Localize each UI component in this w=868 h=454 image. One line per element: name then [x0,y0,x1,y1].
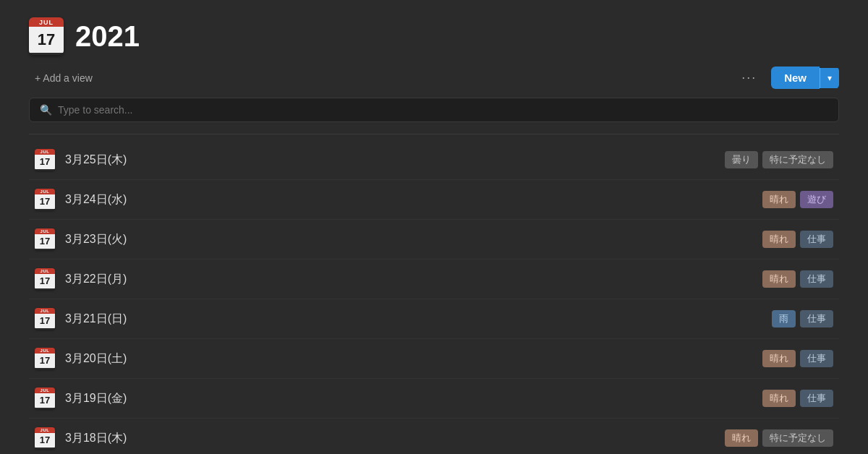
item-cal-month: JUL [35,387,55,393]
toolbar: + Add a view ··· New ▾ [0,67,868,98]
tag-asobi: 遊び [800,191,833,208]
item-date: 3月25日(木) [65,153,725,168]
item-date: 3月24日(水) [65,192,762,207]
add-view-label: + Add a view [35,72,93,84]
item-cal-month: JUL [35,308,55,314]
page-title: 2021 [75,20,140,53]
tag-hare: 晴れ [725,429,758,447]
item-calendar-icon: JUL 17 [35,387,55,409]
tag-kumori: 曇り [725,151,758,168]
tag-toku: 特に予定なし [762,151,833,168]
tag-shigoto: 仕事 [800,390,833,407]
item-date: 3月18日(木) [65,431,725,446]
list-item[interactable]: JUL 17 3月23日(火)晴れ仕事 [29,220,839,260]
header: JUL 17 2021 [0,0,868,67]
item-cal-day: 17 [35,393,55,408]
tag-hare: 晴れ [762,390,796,407]
item-date: 3月22日(月) [65,272,762,287]
item-tags: 晴れ特に予定なし [725,429,833,447]
header-cal-day: 17 [29,27,64,53]
item-cal-month: JUL [35,228,55,234]
list-item[interactable]: JUL 17 3月24日(水)晴れ遊び [29,180,839,220]
item-cal-month: JUL [35,189,55,194]
item-cal-day: 17 [35,194,55,209]
item-tags: 晴れ仕事 [762,270,833,288]
item-cal-day: 17 [35,354,55,368]
header-cal-month: JUL [29,17,64,27]
tag-hare: 晴れ [762,270,796,288]
tag-hare: 晴れ [762,231,796,248]
chevron-down-icon: ▾ [827,73,832,83]
add-view-button[interactable]: + Add a view [29,69,98,87]
item-calendar-icon: JUL 17 [35,427,55,449]
item-tags: 晴れ仕事 [762,350,833,367]
item-cal-day: 17 [35,314,55,328]
list-item[interactable]: JUL 17 3月22日(月)晴れ仕事 [29,260,839,299]
item-tags: 晴れ仕事 [762,390,833,407]
new-button-group: New ▾ [771,67,839,89]
item-date: 3月20日(土) [65,351,762,367]
list-item[interactable]: JUL 17 3月25日(木)曇り特に予定なし [29,140,839,180]
item-cal-month: JUL [35,427,55,433]
item-tags: 晴れ仕事 [762,231,833,248]
item-calendar-icon: JUL 17 [35,149,55,171]
item-cal-day: 17 [35,234,55,249]
item-cal-day: 17 [35,433,55,447]
list-item[interactable]: JUL 17 3月19日(金)晴れ仕事 [29,379,839,419]
list-container: JUL 17 3月25日(木)曇り特に予定なし JUL 17 3月24日(水)晴… [0,134,868,454]
item-cal-month: JUL [35,149,55,155]
item-tags: 曇り特に予定なし [725,151,833,168]
tag-toku: 特に予定なし [762,429,833,447]
item-calendar-icon: JUL 17 [35,348,55,369]
tag-hare: 晴れ [762,191,796,208]
tag-ame: 雨 [772,310,796,327]
more-icon: ··· [741,70,757,85]
list-item[interactable]: JUL 17 3月20日(土)晴れ仕事 [29,339,839,379]
more-options-button[interactable]: ··· [736,67,762,88]
tag-shigoto: 仕事 [800,310,833,327]
new-button[interactable]: New [771,67,820,89]
item-tags: 雨仕事 [772,310,833,327]
item-calendar-icon: JUL 17 [35,268,55,290]
item-cal-day: 17 [35,155,55,169]
item-tags: 晴れ遊び [762,191,833,208]
item-cal-day: 17 [35,274,55,288]
item-calendar-icon: JUL 17 [35,189,55,210]
tag-shigoto: 仕事 [800,350,833,367]
item-date: 3月19日(金) [65,391,762,406]
tag-hare: 晴れ [762,350,796,367]
item-date: 3月23日(火) [65,232,762,247]
header-calendar-icon: JUL 17 [29,17,64,55]
list-item[interactable]: JUL 17 3月21日(日)雨仕事 [29,299,839,339]
search-bar: 🔍 [29,98,839,122]
item-calendar-icon: JUL 17 [35,228,55,250]
tag-shigoto: 仕事 [800,270,833,288]
new-button-dropdown[interactable]: ▾ [820,68,839,88]
item-calendar-icon: JUL 17 [35,308,55,330]
search-input[interactable] [58,104,828,116]
item-cal-month: JUL [35,348,55,354]
list-item[interactable]: JUL 17 3月18日(木)晴れ特に予定なし [29,419,839,454]
search-icon: 🔍 [40,104,52,116]
item-cal-month: JUL [35,268,55,274]
tag-shigoto: 仕事 [800,231,833,248]
item-date: 3月21日(日) [65,312,772,327]
